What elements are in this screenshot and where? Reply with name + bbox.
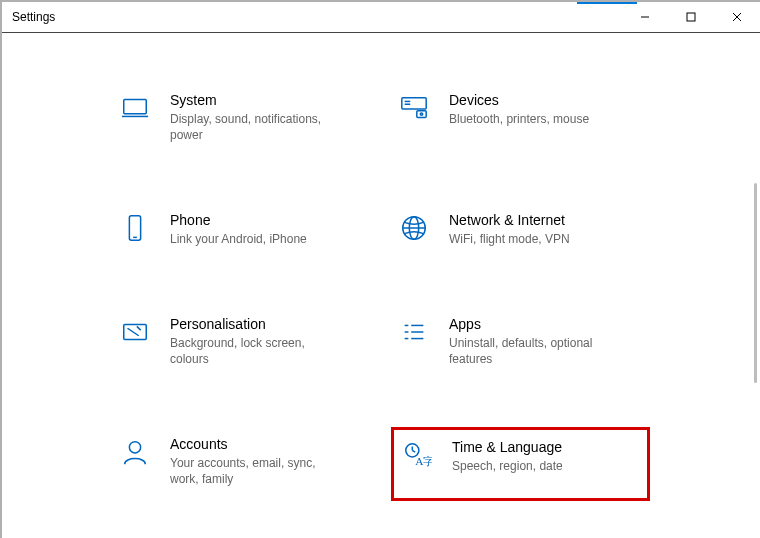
category-desc: Speech, region, date <box>452 458 563 474</box>
category-desc: Uninstall, defaults, optional features <box>449 335 619 367</box>
category-desc: Background, lock screen, colours <box>170 335 340 367</box>
globe-icon <box>397 211 431 245</box>
svg-point-8 <box>420 113 422 115</box>
personalisation-icon <box>118 315 152 349</box>
svg-rect-16 <box>124 325 147 340</box>
category-desc: Bluetooth, printers, mouse <box>449 111 589 127</box>
system-icon <box>118 91 152 125</box>
titlebar: Settings <box>2 2 760 33</box>
category-system[interactable]: System Display, sound, notifications, po… <box>112 83 371 157</box>
category-desc: Display, sound, notifications, power <box>170 111 340 143</box>
window-controls <box>622 2 760 32</box>
person-icon <box>118 435 152 469</box>
devices-icon <box>397 91 431 125</box>
svg-point-23 <box>129 442 140 453</box>
svg-rect-11 <box>129 216 140 240</box>
minimize-button[interactable] <box>622 2 668 32</box>
category-title: Devices <box>449 91 589 109</box>
category-title: System <box>170 91 340 109</box>
close-button[interactable] <box>714 2 760 32</box>
svg-rect-4 <box>124 100 147 114</box>
maximize-button[interactable] <box>668 2 714 32</box>
categories-grid: System Display, sound, notifications, po… <box>2 33 760 538</box>
category-personalisation[interactable]: Personalisation Background, lock screen,… <box>112 307 371 381</box>
category-desc: WiFi, flight mode, VPN <box>449 231 570 247</box>
svg-line-26 <box>412 450 415 452</box>
category-desc: Your accounts, email, sync, work, family <box>170 455 340 487</box>
phone-icon <box>118 211 152 245</box>
window-title: Settings <box>12 10 55 24</box>
svg-rect-1 <box>687 13 695 21</box>
category-phone[interactable]: Phone Link your Android, iPhone <box>112 203 371 261</box>
content-area: System Display, sound, notifications, po… <box>2 33 760 538</box>
category-devices[interactable]: Devices Bluetooth, printers, mouse <box>391 83 650 157</box>
svg-rect-7 <box>417 111 426 118</box>
apps-icon <box>397 315 431 349</box>
svg-text:A字: A字 <box>415 455 432 467</box>
category-title: Apps <box>449 315 619 333</box>
category-accounts[interactable]: Accounts Your accounts, email, sync, wor… <box>112 427 371 501</box>
category-title: Network & Internet <box>449 211 570 229</box>
category-title: Phone <box>170 211 307 229</box>
accent-strip <box>577 2 637 4</box>
svg-rect-6 <box>402 98 426 109</box>
category-desc: Link your Android, iPhone <box>170 231 307 247</box>
category-title: Personalisation <box>170 315 340 333</box>
time-language-icon: A字 <box>400 438 434 472</box>
category-time-language[interactable]: A字 Time & Language Speech, region, date <box>391 427 650 501</box>
category-title: Time & Language <box>452 438 563 456</box>
vertical-scrollbar[interactable] <box>754 183 757 383</box>
category-apps[interactable]: Apps Uninstall, defaults, optional featu… <box>391 307 650 381</box>
category-title: Accounts <box>170 435 340 453</box>
category-network[interactable]: Network & Internet WiFi, flight mode, VP… <box>391 203 650 261</box>
